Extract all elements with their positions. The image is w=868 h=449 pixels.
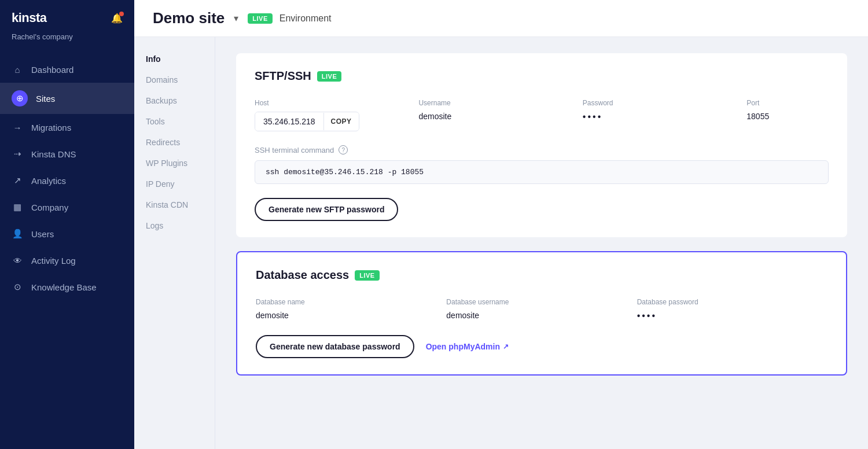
- sidebar-item-dashboard[interactable]: ⌂ Dashboard: [0, 56, 134, 83]
- open-phpmyadmin-link[interactable]: Open phpMyAdmin ↗: [426, 342, 509, 351]
- database-title: Database access: [256, 268, 349, 282]
- sidebar: kinsta 🔔 Rachel's company ⌂ Dashboard ⊕ …: [0, 0, 134, 449]
- password-col: Password ••••: [583, 99, 746, 131]
- sidebar-item-label: Users: [31, 229, 54, 239]
- sub-nav-item-info[interactable]: Info: [134, 49, 215, 69]
- db-name-col: Database name demosite: [256, 298, 446, 321]
- sub-nav-item-backups[interactable]: Backups: [134, 90, 215, 111]
- db-username-label: Database username: [446, 298, 637, 306]
- host-field: 35.246.15.218 COPY: [255, 112, 359, 131]
- sftp-ssh-title: SFTP/SSH: [255, 69, 311, 83]
- main-content: SFTP/SSH LIVE Host 35.246.15.218 COPY: [215, 37, 868, 449]
- sidebar-item-label: Knowledge Base: [31, 282, 97, 292]
- ssh-terminal-label: SSH terminal command: [255, 146, 334, 154]
- password-value: ••••: [583, 112, 746, 122]
- sub-nav-item-redirects[interactable]: Redirects: [134, 132, 215, 153]
- users-icon: 👤: [12, 228, 23, 240]
- username-value: demosite: [418, 112, 582, 121]
- sidebar-item-label: Kinsta DNS: [31, 149, 76, 159]
- sidebar-header: kinsta 🔔: [0, 0, 134, 32]
- generate-db-password-button[interactable]: Generate new database password: [256, 335, 414, 358]
- migrations-icon: →: [12, 122, 23, 133]
- database-section: Database access LIVE Database name demos…: [236, 251, 847, 376]
- sub-nav-item-tools[interactable]: Tools: [134, 111, 215, 132]
- sftp-ssh-section: SFTP/SSH LIVE Host 35.246.15.218 COPY: [236, 53, 847, 237]
- sub-nav: Info Domains Backups Tools Redirects WP …: [134, 37, 215, 449]
- environment-label: Environment: [279, 13, 332, 24]
- host-label: Host: [255, 99, 418, 107]
- db-name-label: Database name: [256, 298, 446, 306]
- password-label: Password: [583, 99, 746, 107]
- sidebar-nav: ⌂ Dashboard ⊕ Sites → Migrations ⇢ Kinst…: [0, 51, 134, 449]
- username-col: Username demosite: [418, 99, 582, 131]
- company-name: Rachel's company: [12, 32, 73, 41]
- sidebar-item-knowledge-base[interactable]: ⊙ Knowledge Base: [0, 274, 134, 300]
- company-row: Rachel's company: [0, 32, 134, 51]
- open-phpmyadmin-label: Open phpMyAdmin: [426, 342, 500, 351]
- sidebar-item-label: Activity Log: [31, 256, 76, 266]
- sidebar-item-migrations[interactable]: → Migrations: [0, 114, 134, 141]
- db-password-value: ••••: [637, 311, 827, 321]
- db-username-col: Database username demosite: [446, 298, 637, 321]
- sidebar-item-label: Dashboard: [31, 65, 73, 75]
- sidebar-item-label: Migrations: [31, 123, 71, 133]
- sidebar-item-activity-log[interactable]: 👁 Activity Log: [0, 247, 134, 274]
- sidebar-item-analytics[interactable]: ↗ Analytics: [0, 167, 134, 194]
- sidebar-item-label: Sites: [36, 94, 55, 104]
- db-credentials-grid: Database name demosite Database username…: [256, 298, 827, 321]
- sidebar-item-company[interactable]: ▦ Company: [0, 194, 134, 220]
- credentials-grid: Host 35.246.15.218 COPY Username demosit…: [255, 99, 829, 131]
- sftp-live-badge: LIVE: [317, 71, 341, 82]
- sidebar-item-label: Analytics: [31, 176, 66, 186]
- sub-nav-item-kinsta-cdn[interactable]: Kinsta CDN: [134, 194, 215, 215]
- kinsta-logo: kinsta: [12, 10, 47, 25]
- sub-nav-item-ip-deny[interactable]: IP Deny: [134, 174, 215, 194]
- username-label: Username: [418, 99, 582, 107]
- sidebar-item-users[interactable]: 👤 Users: [0, 220, 134, 247]
- ssh-label-row: SSH terminal command ?: [255, 145, 829, 154]
- live-badge: LIVE: [248, 13, 272, 24]
- main-area: Demo site ▾ LIVE Environment Info Domain…: [134, 0, 868, 449]
- home-icon: ⌂: [12, 64, 23, 75]
- db-password-col: Database password ••••: [637, 298, 827, 321]
- db-password-label: Database password: [637, 298, 827, 306]
- host-col: Host 35.246.15.218 COPY: [255, 99, 418, 131]
- sub-nav-item-domains[interactable]: Domains: [134, 69, 215, 90]
- section-title-row: SFTP/SSH LIVE: [255, 69, 829, 83]
- sub-nav-item-logs[interactable]: Logs: [134, 215, 215, 236]
- sidebar-item-label: Company: [31, 203, 68, 212]
- db-name-value: demosite: [256, 311, 446, 320]
- analytics-icon: ↗: [12, 175, 23, 186]
- db-section-title-row: Database access LIVE: [256, 268, 827, 282]
- top-header: Demo site ▾ LIVE Environment: [134, 0, 868, 37]
- port-value: 18055: [746, 112, 829, 121]
- dns-icon: ⇢: [12, 148, 23, 160]
- port-label: Port: [746, 99, 829, 107]
- page-title: Demo site: [153, 9, 225, 27]
- knowledge-icon: ⊙: [12, 281, 23, 293]
- bell-icon[interactable]: 🔔: [111, 13, 123, 24]
- sites-icon: ⊕: [12, 90, 28, 106]
- info-icon[interactable]: ?: [339, 145, 348, 154]
- sidebar-item-kinsta-dns[interactable]: ⇢ Kinsta DNS: [0, 141, 134, 167]
- sidebar-item-sites[interactable]: ⊕ Sites: [0, 83, 134, 114]
- ssh-command-box: ssh demosite@35.246.15.218 -p 18055: [255, 160, 829, 184]
- company-icon: ▦: [12, 201, 23, 213]
- notification-dot: [119, 12, 124, 16]
- db-actions: Generate new database password Open phpM…: [256, 335, 827, 358]
- port-col: Port 18055: [746, 99, 829, 131]
- content-area: Info Domains Backups Tools Redirects WP …: [134, 37, 868, 449]
- host-value: 35.246.15.218: [255, 112, 323, 131]
- activity-icon: 👁: [12, 255, 23, 266]
- copy-button[interactable]: COPY: [323, 113, 359, 130]
- db-username-value: demosite: [446, 311, 637, 320]
- db-live-badge: LIVE: [355, 270, 379, 281]
- sub-nav-item-wp-plugins[interactable]: WP Plugins: [134, 153, 215, 174]
- external-link-icon: ↗: [503, 343, 509, 351]
- ssh-terminal-section: SSH terminal command ? ssh demosite@35.2…: [255, 145, 829, 184]
- chevron-down-icon[interactable]: ▾: [231, 10, 241, 26]
- generate-sftp-password-button[interactable]: Generate new SFTP password: [255, 198, 398, 221]
